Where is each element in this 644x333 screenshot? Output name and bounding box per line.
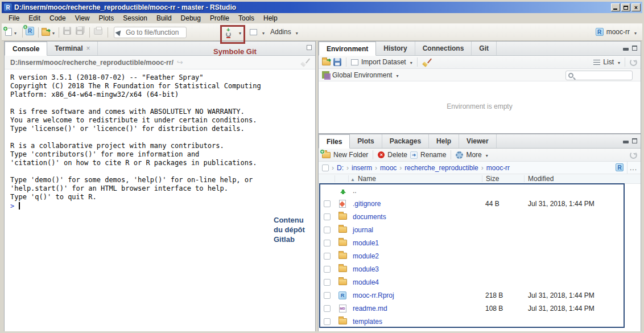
goto-file-input[interactable] bbox=[126, 28, 183, 36]
menu-profile[interactable]: Profile bbox=[205, 14, 234, 23]
environment-scope-selector[interactable]: Global Environment bbox=[332, 71, 392, 79]
tab-files[interactable]: Files bbox=[319, 134, 350, 149]
chevron-down-icon[interactable] bbox=[395, 71, 398, 79]
menu-session[interactable]: Session bbox=[118, 14, 152, 23]
tab-packages[interactable]: Packages bbox=[382, 134, 429, 148]
row-checkbox[interactable] bbox=[324, 253, 331, 260]
tab-console[interactable]: Console bbox=[5, 42, 47, 56]
row-checkbox[interactable] bbox=[324, 240, 331, 246]
row-checkbox[interactable] bbox=[324, 266, 331, 273]
row-checkbox[interactable] bbox=[324, 227, 331, 233]
chevron-down-icon[interactable] bbox=[13, 27, 16, 37]
file-link[interactable]: readme.md bbox=[353, 305, 387, 313]
print-button[interactable] bbox=[94, 27, 102, 35]
file-link[interactable]: templates bbox=[353, 318, 382, 326]
file-link[interactable]: module4 bbox=[353, 278, 379, 286]
menu-tools[interactable]: Tools bbox=[234, 14, 259, 23]
menu-code[interactable]: Code bbox=[45, 14, 71, 23]
file-link[interactable]: module1 bbox=[353, 239, 379, 247]
save-workspace-icon[interactable] bbox=[333, 58, 341, 66]
chevron-down-icon[interactable] bbox=[485, 151, 488, 159]
tab-plots[interactable]: Plots bbox=[350, 134, 382, 148]
clear-environment-icon[interactable] bbox=[422, 58, 431, 67]
chevron-down-icon[interactable] bbox=[409, 58, 412, 66]
minimize-pane-icon[interactable] bbox=[623, 141, 629, 143]
breadcrumb-item[interactable]: mooc bbox=[380, 164, 397, 172]
row-checkbox[interactable] bbox=[324, 213, 331, 220]
row-checkbox[interactable] bbox=[324, 305, 331, 312]
breadcrumb-item[interactable]: recherche_reproductible bbox=[404, 164, 478, 172]
refresh-icon[interactable] bbox=[630, 151, 637, 159]
row-checkbox[interactable] bbox=[324, 292, 331, 299]
chevron-down-icon[interactable] bbox=[238, 27, 241, 37]
menu-plots[interactable]: Plots bbox=[94, 14, 119, 23]
tab-connections[interactable]: Connections bbox=[415, 42, 472, 55]
table-row[interactable]: module3 bbox=[319, 262, 641, 276]
file-link[interactable]: .. bbox=[353, 187, 357, 195]
more-button[interactable]: More bbox=[466, 151, 481, 159]
tab-viewer[interactable]: Viewer bbox=[459, 134, 496, 148]
table-row[interactable]: MDreadme.md108 BJul 31, 2018, 1:44 PM bbox=[319, 302, 641, 315]
file-link[interactable]: .gitignore bbox=[353, 200, 381, 208]
menu-help[interactable]: Help bbox=[259, 14, 282, 23]
project-menu-button[interactable]: R mooc-rr bbox=[596, 27, 637, 37]
chevron-down-icon[interactable] bbox=[51, 27, 55, 37]
save-all-button[interactable] bbox=[76, 27, 84, 35]
new-folder-button[interactable]: New Folder bbox=[333, 151, 368, 159]
chevron-down-icon[interactable] bbox=[295, 27, 298, 37]
row-checkbox[interactable] bbox=[324, 200, 331, 207]
menu-debug[interactable]: Debug bbox=[176, 14, 205, 23]
minimize-button[interactable] bbox=[611, 3, 620, 11]
tab-environment[interactable]: Environment bbox=[319, 42, 376, 56]
rename-button[interactable]: Rename bbox=[420, 151, 446, 159]
panes-layout-button[interactable] bbox=[250, 27, 265, 37]
table-row[interactable]: .. bbox=[319, 184, 641, 197]
file-link[interactable]: module3 bbox=[353, 265, 379, 273]
clear-console-icon[interactable] bbox=[300, 58, 309, 67]
menu-view[interactable]: View bbox=[71, 14, 94, 23]
table-row[interactable]: documents bbox=[319, 210, 641, 223]
maximize-pane-icon[interactable] bbox=[632, 138, 637, 143]
goto-directory-icon[interactable]: ↪ bbox=[177, 58, 183, 67]
new-project-button[interactable]: R+ bbox=[26, 27, 34, 35]
addins-button[interactable]: Addins bbox=[270, 27, 298, 37]
breadcrumb-item[interactable]: D: bbox=[337, 164, 344, 172]
select-all-checkbox[interactable] bbox=[322, 165, 329, 171]
table-row[interactable]: module2 bbox=[319, 249, 641, 262]
delete-button[interactable]: Delete bbox=[387, 151, 407, 159]
table-row[interactable]: journal bbox=[319, 223, 641, 236]
file-link[interactable]: mooc-rr.Rproj bbox=[353, 291, 394, 299]
file-link[interactable]: module2 bbox=[353, 252, 379, 260]
open-file-button[interactable]: ➜ bbox=[42, 27, 55, 37]
column-header-size[interactable]: Size bbox=[486, 175, 499, 183]
minimize-pane-icon[interactable] bbox=[623, 48, 629, 51]
breadcrumb-item[interactable]: inserm bbox=[352, 164, 372, 172]
environment-search-input[interactable] bbox=[576, 72, 630, 79]
git-menu-button[interactable]: + bbox=[224, 27, 241, 37]
maximize-button[interactable] bbox=[621, 3, 630, 11]
chevron-down-icon[interactable] bbox=[633, 27, 637, 37]
row-checkbox[interactable] bbox=[324, 279, 331, 286]
menu-edit[interactable]: Edit bbox=[24, 14, 45, 23]
chevron-down-icon[interactable] bbox=[261, 27, 265, 37]
maximize-pane-icon[interactable] bbox=[632, 46, 637, 51]
row-checkbox[interactable] bbox=[324, 318, 331, 325]
new-file-button[interactable]: + bbox=[5, 27, 16, 37]
refresh-icon[interactable] bbox=[630, 59, 637, 66]
column-header-modified[interactable]: Modified bbox=[528, 175, 554, 183]
more-columns-button[interactable]: ... bbox=[627, 162, 639, 174]
tab-git[interactable]: Git bbox=[472, 42, 497, 55]
load-workspace-icon[interactable]: ➜ bbox=[322, 59, 331, 65]
table-row[interactable]: module4 bbox=[319, 276, 641, 289]
file-link[interactable]: documents bbox=[353, 213, 386, 221]
menu-file[interactable]: File bbox=[4, 14, 24, 23]
save-button[interactable] bbox=[63, 27, 71, 35]
list-view-button[interactable]: List bbox=[603, 58, 614, 66]
table-row[interactable]: Rmooc-rr.Rproj218 BJul 31, 2018, 1:44 PM bbox=[319, 289, 641, 302]
breadcrumb-item[interactable]: mooc-rr bbox=[486, 164, 510, 172]
tab-terminal[interactable]: Terminal bbox=[47, 42, 98, 55]
table-row[interactable]: module1 bbox=[319, 236, 641, 249]
project-home-icon[interactable]: R bbox=[616, 163, 624, 171]
file-link[interactable]: journal bbox=[353, 226, 373, 234]
table-row[interactable]: templates bbox=[319, 315, 641, 328]
